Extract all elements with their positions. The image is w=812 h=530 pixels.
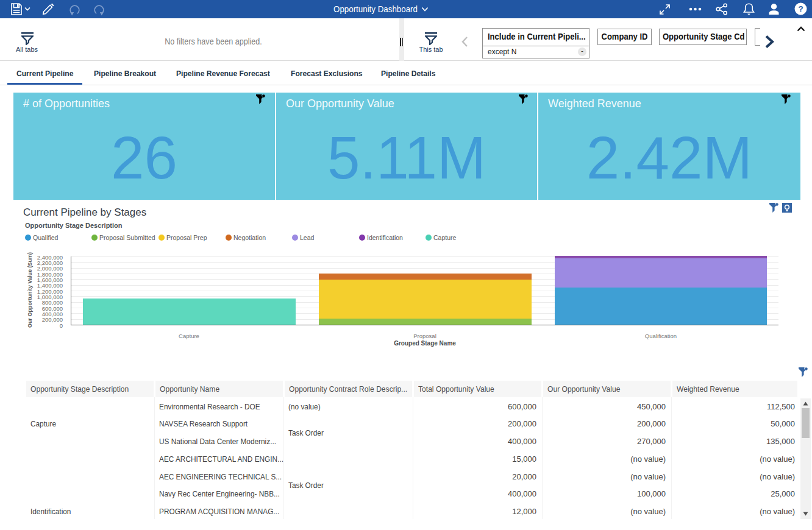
svg-text:?: ? <box>798 4 803 13</box>
